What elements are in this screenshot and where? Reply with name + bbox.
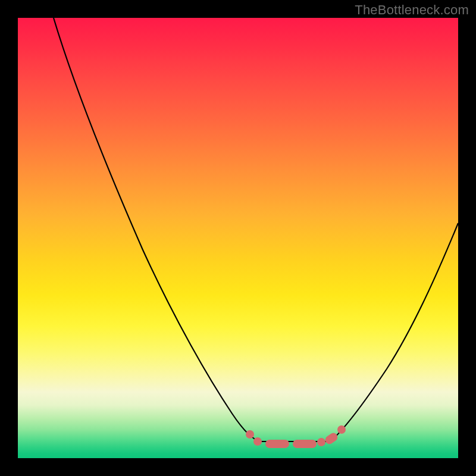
marker-dot	[253, 437, 262, 446]
marker-dot	[246, 430, 254, 439]
plot-area	[18, 18, 458, 458]
marker-dot	[337, 425, 346, 434]
curve-left-branch	[54, 18, 261, 441]
marker-capsule-tilted	[324, 431, 339, 446]
marker-capsule	[293, 440, 317, 448]
curve-layer	[18, 18, 458, 458]
marker-capsule	[265, 440, 289, 448]
svg-rect-0	[324, 431, 339, 446]
curve-right-branch	[330, 223, 458, 441]
chart-frame: TheBottleneck.com	[0, 0, 476, 476]
marker-dot	[317, 438, 325, 446]
watermark-text: TheBottleneck.com	[355, 2, 469, 18]
